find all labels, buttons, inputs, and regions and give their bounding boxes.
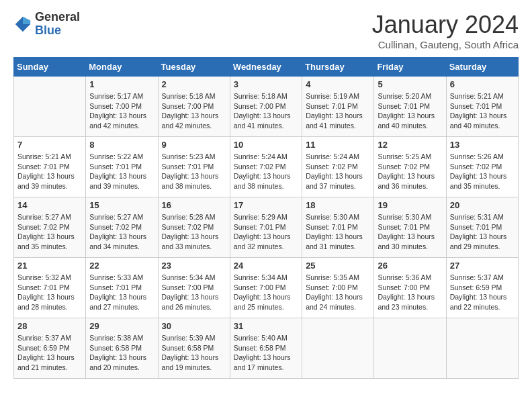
calendar-body: 1Sunrise: 5:17 AMSunset: 7:00 PMDaylight… <box>14 77 519 379</box>
weekday-header: Monday <box>86 58 158 77</box>
calendar-cell: 25Sunrise: 5:35 AMSunset: 7:00 PMDayligh… <box>302 258 374 318</box>
calendar-cell: 30Sunrise: 5:39 AMSunset: 6:58 PMDayligh… <box>158 318 230 379</box>
day-info: Sunrise: 5:26 AMSunset: 7:02 PMDaylight:… <box>450 152 515 191</box>
day-number: 7 <box>17 140 82 150</box>
weekday-header: Tuesday <box>158 58 230 77</box>
calendar-week-row: 1Sunrise: 5:17 AMSunset: 7:00 PMDaylight… <box>14 77 519 137</box>
calendar-cell: 4Sunrise: 5:19 AMSunset: 7:01 PMDaylight… <box>302 77 374 137</box>
calendar-cell: 10Sunrise: 5:24 AMSunset: 7:02 PMDayligh… <box>230 137 302 197</box>
calendar-week-row: 7Sunrise: 5:21 AMSunset: 7:01 PMDaylight… <box>14 137 519 197</box>
calendar-week-row: 14Sunrise: 5:27 AMSunset: 7:02 PMDayligh… <box>14 197 519 258</box>
day-number: 9 <box>162 140 226 150</box>
calendar-cell: 11Sunrise: 5:24 AMSunset: 7:02 PMDayligh… <box>302 137 374 197</box>
logo-blue-text: Blue <box>35 24 80 38</box>
calendar-cell: 20Sunrise: 5:31 AMSunset: 7:01 PMDayligh… <box>446 197 518 258</box>
calendar-cell: 29Sunrise: 5:38 AMSunset: 6:58 PMDayligh… <box>86 318 158 379</box>
day-number: 5 <box>378 79 442 89</box>
day-number: 29 <box>89 321 154 331</box>
calendar-cell: 21Sunrise: 5:32 AMSunset: 7:01 PMDayligh… <box>14 258 86 318</box>
day-number: 4 <box>306 79 370 89</box>
day-number: 19 <box>378 200 442 210</box>
day-info: Sunrise: 5:27 AMSunset: 7:02 PMDaylight:… <box>17 212 82 252</box>
day-info: Sunrise: 5:38 AMSunset: 6:58 PMDaylight:… <box>89 333 154 373</box>
calendar-cell <box>302 318 374 379</box>
day-number: 3 <box>234 79 298 89</box>
svg-marker-1 <box>23 17 30 24</box>
day-info: Sunrise: 5:37 AMSunset: 6:59 PMDaylight:… <box>450 273 515 312</box>
day-info: Sunrise: 5:27 AMSunset: 7:02 PMDaylight:… <box>89 212 154 252</box>
logo-text: General Blue <box>35 11 80 38</box>
day-number: 2 <box>162 79 226 89</box>
day-info: Sunrise: 5:35 AMSunset: 7:00 PMDaylight:… <box>306 273 370 312</box>
calendar-cell: 17Sunrise: 5:29 AMSunset: 7:01 PMDayligh… <box>230 197 302 258</box>
calendar-cell: 1Sunrise: 5:17 AMSunset: 7:00 PMDaylight… <box>86 77 158 137</box>
month-title: January 2024 <box>372 11 519 39</box>
calendar-cell <box>446 318 518 379</box>
calendar-cell: 24Sunrise: 5:34 AMSunset: 7:00 PMDayligh… <box>230 258 302 318</box>
day-number: 20 <box>450 200 515 210</box>
calendar-cell: 27Sunrise: 5:37 AMSunset: 6:59 PMDayligh… <box>446 258 518 318</box>
day-info: Sunrise: 5:24 AMSunset: 7:02 PMDaylight:… <box>306 152 370 191</box>
calendar-cell: 23Sunrise: 5:34 AMSunset: 7:00 PMDayligh… <box>158 258 230 318</box>
calendar-cell: 16Sunrise: 5:28 AMSunset: 7:02 PMDayligh… <box>158 197 230 258</box>
day-info: Sunrise: 5:29 AMSunset: 7:01 PMDaylight:… <box>234 212 298 252</box>
calendar-cell: 12Sunrise: 5:25 AMSunset: 7:02 PMDayligh… <box>374 137 446 197</box>
weekday-header: Friday <box>374 58 446 77</box>
weekday-header: Saturday <box>446 58 518 77</box>
calendar-cell <box>374 318 446 379</box>
calendar-cell: 13Sunrise: 5:26 AMSunset: 7:02 PMDayligh… <box>446 137 518 197</box>
calendar-cell: 7Sunrise: 5:21 AMSunset: 7:01 PMDaylight… <box>14 137 86 197</box>
day-number: 23 <box>162 261 226 271</box>
weekday-header: Wednesday <box>230 58 302 77</box>
calendar-cell <box>14 77 86 137</box>
day-number: 8 <box>89 140 154 150</box>
calendar-cell: 19Sunrise: 5:30 AMSunset: 7:01 PMDayligh… <box>374 197 446 258</box>
day-number: 1 <box>89 79 154 89</box>
calendar-cell: 8Sunrise: 5:22 AMSunset: 7:01 PMDaylight… <box>86 137 158 197</box>
day-info: Sunrise: 5:30 AMSunset: 7:01 PMDaylight:… <box>306 212 370 252</box>
day-number: 17 <box>234 200 298 210</box>
day-info: Sunrise: 5:23 AMSunset: 7:01 PMDaylight:… <box>162 152 226 191</box>
weekday-header: Sunday <box>14 58 86 77</box>
calendar-cell: 26Sunrise: 5:36 AMSunset: 7:00 PMDayligh… <box>374 258 446 318</box>
day-number: 6 <box>450 79 515 89</box>
day-number: 30 <box>162 321 226 331</box>
calendar-cell: 2Sunrise: 5:18 AMSunset: 7:00 PMDaylight… <box>158 77 230 137</box>
logo-general-text: General <box>35 11 80 24</box>
page-header: General Blue January 2024 Cullinan, Gaut… <box>13 11 519 50</box>
calendar-week-row: 28Sunrise: 5:37 AMSunset: 6:59 PMDayligh… <box>14 318 519 379</box>
day-info: Sunrise: 5:24 AMSunset: 7:02 PMDaylight:… <box>234 152 298 191</box>
location-text: Cullinan, Gauteng, South Africa <box>372 39 519 50</box>
day-info: Sunrise: 5:34 AMSunset: 7:00 PMDaylight:… <box>162 273 226 312</box>
day-info: Sunrise: 5:18 AMSunset: 7:00 PMDaylight:… <box>234 91 298 131</box>
logo: General Blue <box>13 11 80 38</box>
day-info: Sunrise: 5:37 AMSunset: 6:59 PMDaylight:… <box>17 333 82 373</box>
calendar-cell: 6Sunrise: 5:21 AMSunset: 7:01 PMDaylight… <box>446 77 518 137</box>
calendar-week-row: 21Sunrise: 5:32 AMSunset: 7:01 PMDayligh… <box>14 258 519 318</box>
day-info: Sunrise: 5:36 AMSunset: 7:00 PMDaylight:… <box>378 273 442 312</box>
day-number: 11 <box>306 140 370 150</box>
logo-icon <box>13 15 32 34</box>
calendar-header: SundayMondayTuesdayWednesdayThursdayFrid… <box>14 58 519 77</box>
calendar-cell: 22Sunrise: 5:33 AMSunset: 7:01 PMDayligh… <box>86 258 158 318</box>
calendar-cell: 18Sunrise: 5:30 AMSunset: 7:01 PMDayligh… <box>302 197 374 258</box>
day-info: Sunrise: 5:21 AMSunset: 7:01 PMDaylight:… <box>17 152 82 191</box>
calendar-cell: 14Sunrise: 5:27 AMSunset: 7:02 PMDayligh… <box>14 197 86 258</box>
calendar-table: SundayMondayTuesdayWednesdayThursdayFrid… <box>13 57 519 379</box>
calendar-cell: 31Sunrise: 5:40 AMSunset: 6:58 PMDayligh… <box>230 318 302 379</box>
day-number: 12 <box>378 140 442 150</box>
weekday-row: SundayMondayTuesdayWednesdayThursdayFrid… <box>14 58 519 77</box>
day-info: Sunrise: 5:19 AMSunset: 7:01 PMDaylight:… <box>306 91 370 131</box>
day-info: Sunrise: 5:21 AMSunset: 7:01 PMDaylight:… <box>450 91 515 131</box>
day-number: 16 <box>162 200 226 210</box>
day-info: Sunrise: 5:32 AMSunset: 7:01 PMDaylight:… <box>17 273 82 312</box>
day-number: 24 <box>234 261 298 271</box>
title-section: January 2024 Cullinan, Gauteng, South Af… <box>372 11 519 50</box>
day-number: 22 <box>89 261 154 271</box>
day-number: 21 <box>17 261 82 271</box>
calendar-cell: 9Sunrise: 5:23 AMSunset: 7:01 PMDaylight… <box>158 137 230 197</box>
day-info: Sunrise: 5:40 AMSunset: 6:58 PMDaylight:… <box>234 333 298 373</box>
day-info: Sunrise: 5:33 AMSunset: 7:01 PMDaylight:… <box>89 273 154 312</box>
calendar-cell: 28Sunrise: 5:37 AMSunset: 6:59 PMDayligh… <box>14 318 86 379</box>
day-number: 31 <box>234 321 298 331</box>
